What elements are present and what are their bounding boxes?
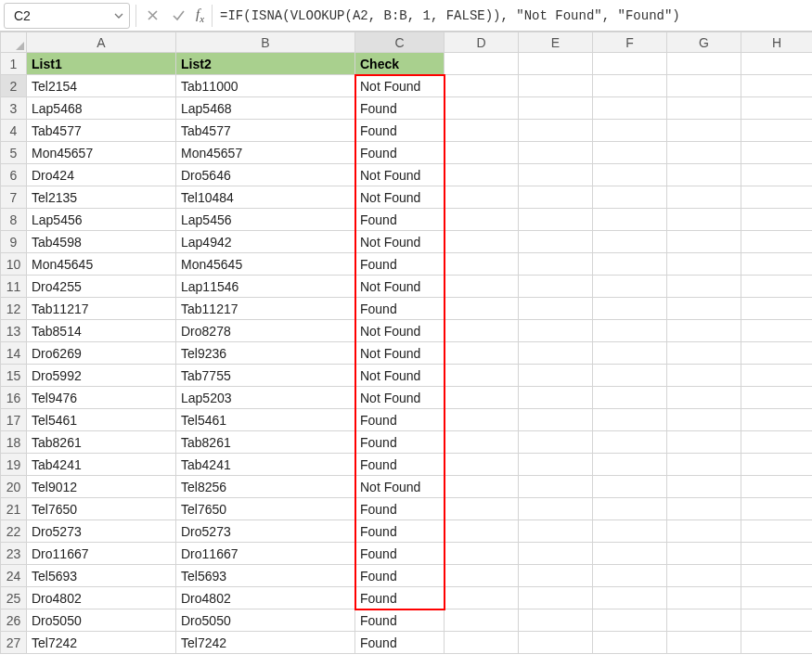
cell-F23[interactable] [593,543,667,565]
cell-F18[interactable] [593,431,667,454]
row-header-7[interactable]: 7 [1,186,27,209]
row-header-17[interactable]: 17 [1,409,27,431]
cell-G3[interactable] [667,97,741,120]
cell-D25[interactable] [445,587,519,609]
cell-C15[interactable]: Not Found [355,365,445,387]
cell-D12[interactable] [445,298,519,320]
cell-E12[interactable] [519,298,593,320]
cell-H19[interactable] [741,454,813,476]
row-header-24[interactable]: 24 [1,565,27,587]
cell-C12[interactable]: Found [355,298,445,320]
cell-D4[interactable] [445,120,519,142]
row-header-20[interactable]: 20 [1,476,27,498]
cell-B7[interactable]: Tel10484 [176,186,355,209]
cell-F12[interactable] [593,298,667,320]
cell-A9[interactable]: Tab4598 [27,231,176,253]
row-header-8[interactable]: 8 [1,209,27,231]
cell-C22[interactable]: Found [355,520,445,543]
cell-D7[interactable] [445,186,519,209]
row-header-23[interactable]: 23 [1,543,27,565]
cell-H25[interactable] [741,587,813,609]
cell-E23[interactable] [519,543,593,565]
cell-D6[interactable] [445,164,519,186]
cell-D18[interactable] [445,431,519,454]
cell-E9[interactable] [519,231,593,253]
cell-H18[interactable] [741,431,813,454]
cell-A25[interactable]: Dro4802 [27,587,176,609]
cell-F24[interactable] [593,565,667,587]
cell-G22[interactable] [667,520,741,543]
cell-C9[interactable]: Not Found [355,231,445,253]
cell-D10[interactable] [445,253,519,276]
cell-C26[interactable]: Found [355,609,445,632]
cell-E3[interactable] [519,97,593,120]
cell-H17[interactable] [741,409,813,431]
cell-H1[interactable] [741,53,813,75]
row-header-21[interactable]: 21 [1,498,27,520]
col-header-H[interactable]: H [741,32,813,53]
row-header-11[interactable]: 11 [1,276,27,298]
cell-H6[interactable] [741,164,813,186]
cell-E24[interactable] [519,565,593,587]
cell-G8[interactable] [667,209,741,231]
cell-F8[interactable] [593,209,667,231]
cell-H26[interactable] [741,609,813,632]
cell-C25[interactable]: Found [355,587,445,609]
cell-C11[interactable]: Not Found [355,276,445,298]
cell-E18[interactable] [519,431,593,454]
cell-G6[interactable] [667,164,741,186]
cell-F1[interactable] [593,53,667,75]
cell-H20[interactable] [741,476,813,498]
cell-G5[interactable] [667,142,741,164]
col-header-C[interactable]: C [355,32,445,53]
cell-E27[interactable] [519,632,593,654]
cell-A3[interactable]: Lap5468 [27,97,176,120]
cell-B3[interactable]: Lap5468 [176,97,355,120]
cell-C4[interactable]: Found [355,120,445,142]
cell-A23[interactable]: Dro11667 [27,543,176,565]
row-header-16[interactable]: 16 [1,387,27,409]
cell-G17[interactable] [667,409,741,431]
cell-B17[interactable]: Tel5461 [176,409,355,431]
cell-E20[interactable] [519,476,593,498]
cell-G12[interactable] [667,298,741,320]
cell-A16[interactable]: Tel9476 [27,387,176,409]
cell-D24[interactable] [445,565,519,587]
cell-B24[interactable]: Tel5693 [176,565,355,587]
cell-F14[interactable] [593,342,667,365]
cell-D5[interactable] [445,142,519,164]
col-header-G[interactable]: G [667,32,741,53]
cell-G25[interactable] [667,587,741,609]
cell-F22[interactable] [593,520,667,543]
cell-C19[interactable]: Found [355,454,445,476]
cell-E13[interactable] [519,320,593,342]
cell-F2[interactable] [593,75,667,97]
cell-D26[interactable] [445,609,519,632]
cell-F11[interactable] [593,276,667,298]
cell-D9[interactable] [445,231,519,253]
cell-B2[interactable]: Tab11000 [176,75,355,97]
cell-F5[interactable] [593,142,667,164]
cell-A11[interactable]: Dro4255 [27,276,176,298]
cell-A13[interactable]: Tab8514 [27,320,176,342]
cell-B25[interactable]: Dro4802 [176,587,355,609]
cell-A14[interactable]: Dro6269 [27,342,176,365]
cell-A27[interactable]: Tel7242 [27,632,176,654]
cell-G1[interactable] [667,53,741,75]
cell-H12[interactable] [741,298,813,320]
cell-H3[interactable] [741,97,813,120]
cell-B12[interactable]: Tab11217 [176,298,355,320]
cell-H10[interactable] [741,253,813,276]
row-header-6[interactable]: 6 [1,164,27,186]
col-header-F[interactable]: F [593,32,667,53]
cell-G13[interactable] [667,320,741,342]
cell-C13[interactable]: Not Found [355,320,445,342]
cell-G11[interactable] [667,276,741,298]
cell-E2[interactable] [519,75,593,97]
cell-C10[interactable]: Found [355,253,445,276]
cell-B10[interactable]: Mon45645 [176,253,355,276]
cell-D17[interactable] [445,409,519,431]
cell-E14[interactable] [519,342,593,365]
cell-C23[interactable]: Found [355,543,445,565]
cell-E26[interactable] [519,609,593,632]
